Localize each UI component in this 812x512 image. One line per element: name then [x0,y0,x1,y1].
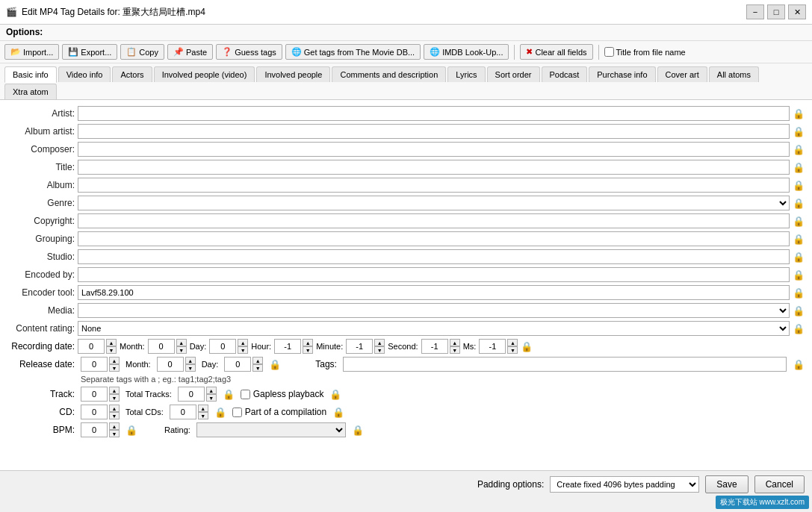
maximize-button[interactable]: □ [767,4,785,19]
recording-hour-input[interactable] [274,339,301,354]
grouping-input[interactable] [78,231,790,246]
guess-tags-button[interactable]: ❓ Guess tags [216,44,282,60]
copy-button[interactable]: 📋 Copy [120,44,164,60]
recording-day-input[interactable] [209,339,236,354]
content-rating-select[interactable]: None [78,321,790,336]
cd-down[interactable]: ▼ [109,412,120,419]
movie-db-button[interactable]: 🌐 Get tags from The Movie DB... [285,44,421,60]
tab-comments[interactable]: Comments and description [332,66,446,82]
tab-basic-info[interactable]: Basic info [4,66,57,83]
composer-input[interactable] [78,142,790,157]
import-button[interactable]: 📂 Import... [4,44,59,60]
release-day-label-text: Day: [202,360,219,369]
track-up[interactable]: ▲ [109,387,120,394]
artist-input[interactable] [78,106,790,121]
export-button[interactable]: 💾 Export... [62,44,117,60]
recording-second-up[interactable]: ▲ [450,339,460,346]
recording-minute-input[interactable] [346,339,373,354]
track-down[interactable]: ▼ [109,394,120,402]
clear-button[interactable]: ✖ Clear all fields [520,44,592,60]
release-month-up[interactable]: ▲ [185,357,196,364]
recording-year-input[interactable] [78,339,105,354]
total-cds-input[interactable] [170,405,196,419]
studio-input[interactable] [78,249,790,264]
title-from-file-label[interactable]: Title from file name [604,47,686,57]
tab-cover-art[interactable]: Cover art [657,66,707,82]
album-input[interactable] [78,178,790,193]
media-select[interactable] [78,303,790,318]
tab-involved-people[interactable]: Involved people [256,66,330,82]
tab-xtra-atom[interactable]: Xtra atom [4,84,57,99]
close-button[interactable]: ✕ [788,4,806,19]
recording-second-down[interactable]: ▼ [450,346,460,354]
tab-video-info[interactable]: Video info [58,66,111,82]
track-input[interactable] [81,387,108,402]
padding-select[interactable]: Create fixed 4096 bytes padding [550,476,699,493]
album-artist-input[interactable] [78,124,790,139]
title-input[interactable] [78,160,790,175]
tab-all-atoms[interactable]: All atoms [709,66,759,82]
genre-select[interactable] [78,196,790,210]
bpm-up[interactable]: ▲ [109,422,120,430]
tab-podcast[interactable]: Podcast [542,66,588,82]
rating-select[interactable] [196,422,346,437]
copyright-lock-icon: 🔒 [793,215,805,227]
total-tracks-input[interactable] [178,387,205,402]
toolbar: 📂 Import... 💾 Export... 📋 Copy 📌 Paste ❓… [0,41,812,63]
tab-involved-video[interactable]: Involved people (video) [154,66,255,82]
recording-day-down[interactable]: ▼ [238,346,248,354]
cancel-button[interactable]: Cancel [754,475,805,493]
total-cds-up[interactable]: ▲ [198,405,208,412]
recording-ms-down[interactable]: ▼ [507,346,518,354]
release-year-down[interactable]: ▼ [109,364,120,372]
encoded-by-input[interactable] [78,267,790,282]
recording-month-down[interactable]: ▼ [176,346,187,354]
release-day-down[interactable]: ▼ [252,364,263,372]
release-month-input[interactable] [157,357,184,372]
recording-second-input[interactable] [421,339,448,354]
recording-year-up[interactable]: ▲ [106,339,117,346]
total-tracks-down[interactable]: ▼ [206,394,217,402]
paste-label: Paste [186,48,207,57]
tab-purchase[interactable]: Purchase info [589,66,655,82]
tab-sort-order[interactable]: Sort order [487,66,540,82]
recording-day-up[interactable]: ▲ [238,339,248,346]
release-month-down[interactable]: ▼ [185,364,196,372]
total-tracks-up[interactable]: ▲ [206,387,217,394]
encoder-tool-input[interactable] [78,285,790,300]
bpm-input[interactable] [81,422,108,437]
bpm-down[interactable]: ▼ [109,430,120,437]
cd-input[interactable] [81,405,108,419]
minimize-button[interactable]: − [746,4,764,19]
tab-actors[interactable]: Actors [112,66,152,82]
cd-up[interactable]: ▲ [109,405,120,412]
title-from-file-checkbox[interactable] [604,47,614,57]
recording-hour-down[interactable]: ▼ [303,346,313,354]
total-cds-down[interactable]: ▼ [198,412,208,419]
recording-month-up[interactable]: ▲ [176,339,187,346]
recording-minute-down[interactable]: ▼ [374,346,385,354]
tab-lyrics[interactable]: Lyrics [447,66,485,82]
release-day-input[interactable] [224,357,251,372]
imdb-button[interactable]: 🌐 IMDB Look-Up... [424,44,509,60]
recording-hour-up[interactable]: ▲ [303,339,313,346]
recording-ms-input[interactable] [479,339,506,354]
paste-button[interactable]: 📌 Paste [167,44,213,60]
release-day-up[interactable]: ▲ [252,357,263,364]
recording-minute-up[interactable]: ▲ [374,339,385,346]
release-year-input[interactable] [81,357,108,372]
media-label: Media: [7,305,75,316]
compilation-label[interactable]: Part of a compilation [232,407,326,417]
recording-ms-up[interactable]: ▲ [507,339,518,346]
compilation-checkbox[interactable] [232,408,242,417]
recording-year-down[interactable]: ▼ [106,346,117,354]
recording-day-group: ▲ ▼ [209,339,248,354]
gapless-label[interactable]: Gapless playback [241,389,324,399]
gapless-checkbox[interactable] [241,390,250,399]
release-lock-icon: 🔒 [269,358,281,370]
copyright-input[interactable] [78,213,790,228]
save-button[interactable]: Save [705,475,748,493]
release-year-up[interactable]: ▲ [109,357,120,364]
recording-month-input[interactable] [148,339,175,354]
tags-input[interactable] [343,357,787,372]
